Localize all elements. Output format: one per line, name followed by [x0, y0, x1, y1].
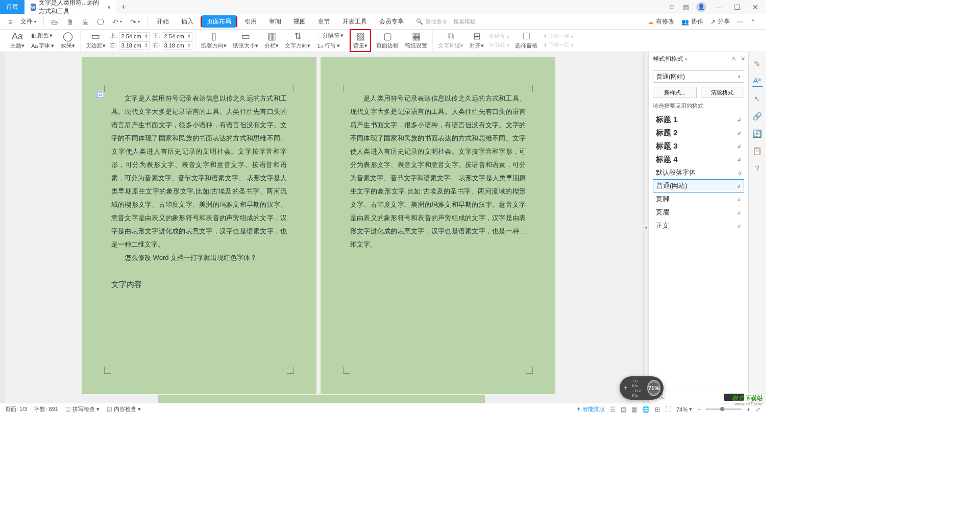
chevron-up-icon[interactable]: ⌃: [750, 18, 755, 26]
document-scroll-area[interactable]: ☰ 文字是人类用符号记录表达信息以传之久远的方式和工具。现代文字大多是记录语言的…: [0, 52, 643, 403]
page-border-button[interactable]: ▢页面边框: [374, 31, 401, 51]
paper-size-button[interactable]: ▭纸张大小▾: [231, 31, 260, 51]
clear-format-button[interactable]: 清除格式: [701, 87, 745, 98]
color-button[interactable]: ◧颜色▾: [29, 31, 57, 40]
view-mode-2-icon[interactable]: ▤: [621, 406, 626, 413]
style-item-3[interactable]: 标题 4↲: [653, 153, 744, 166]
style-item-2[interactable]: 标题 3↲: [653, 139, 744, 153]
status-content-check[interactable]: ☑内容检查 ▾: [107, 405, 141, 413]
more-menu-button[interactable]: ⋯: [737, 18, 743, 26]
float-percent-circle[interactable]: 71%: [647, 380, 660, 396]
collaborate-button[interactable]: 👥协作: [681, 17, 703, 26]
orientation-button[interactable]: ▯纸张方向▾: [199, 31, 229, 51]
current-style-select[interactable]: 普通(网站)▾: [653, 70, 744, 83]
share-button[interactable]: ↗分享: [710, 17, 730, 26]
print-preview-button[interactable]: 🖵: [94, 16, 107, 28]
page1-para1[interactable]: 文字是人类用符号记录表达信息以传之久远的方式和工具。现代文字大多是记录语言的工具…: [111, 92, 287, 251]
text-direction-button[interactable]: ⇅文字方向▾: [283, 31, 312, 51]
columns-button[interactable]: ▥分栏▾: [262, 31, 281, 51]
vtool-help-icon[interactable]: ？: [752, 163, 763, 174]
style-item-8[interactable]: 正文↲: [653, 219, 744, 232]
margin-bottom-input[interactable]: 2.54 cm▲▼: [162, 32, 192, 40]
vtool-select-icon[interactable]: ↖: [752, 94, 763, 104]
style-item-5[interactable]: 普通(网站)↲: [653, 179, 744, 192]
zoom-slider[interactable]: [706, 408, 742, 410]
view-mode-3-icon[interactable]: ▦: [631, 406, 637, 413]
undo-button[interactable]: ↶▾: [109, 16, 125, 28]
floating-system-monitor[interactable]: + ↑ 0 K/s ↓ 0.2 K/s 71%: [620, 376, 664, 400]
smart-layout-button[interactable]: ✦智能排版: [576, 405, 605, 413]
search-commands-input[interactable]: 🔍 查找命令、搜索模板: [416, 18, 476, 26]
menubar-tab-start[interactable]: 开始: [152, 15, 174, 29]
page1-heading[interactable]: 文字内容: [111, 277, 287, 292]
view-mode-1-icon[interactable]: ☰: [610, 406, 616, 413]
float-plus-icon[interactable]: +: [623, 384, 629, 392]
margin-left-input[interactable]: 3.18 cm▲▼: [119, 41, 150, 50]
paragraph-tag-icon[interactable]: ☰: [97, 91, 104, 98]
manuscript-button[interactable]: ▦稿纸设置: [403, 31, 429, 51]
style-item-1[interactable]: 标题 2↲: [653, 126, 744, 139]
pane-collapse-gutter[interactable]: ◂: [643, 52, 648, 403]
fit-page-icon[interactable]: ⛶: [665, 406, 671, 413]
window-maximize-button[interactable]: ☐: [731, 1, 743, 13]
page-2[interactable]: 是人类用符号记录表达信息以传之久远的方式和工具。现代文字大多是记录语言的工具。人…: [321, 57, 555, 394]
zoom-in-button[interactable]: +: [747, 406, 750, 413]
zoom-out-button[interactable]: −: [697, 406, 701, 413]
align-button[interactable]: ⊞对齐▾: [468, 31, 486, 51]
tab-add-button[interactable]: +: [116, 0, 131, 14]
line-number-button[interactable]: 1≡ 行号▾: [314, 41, 346, 51]
user-avatar[interactable]: 👤: [696, 2, 706, 12]
margin-right-input[interactable]: 3.18 cm▲▼: [162, 41, 192, 50]
vtool-replace-icon[interactable]: 🔄: [752, 129, 763, 139]
breaks-button[interactable]: ≣ 分隔符▾: [314, 31, 346, 40]
file-menu-button[interactable]: 文件 ▾: [17, 16, 39, 28]
vtool-pen-icon[interactable]: ✎: [752, 59, 763, 69]
status-spellcheck[interactable]: ☑拼写检查 ▾: [65, 405, 100, 413]
nav-pane-gutter[interactable]: [0, 52, 5, 403]
fullscreen-icon[interactable]: ⤢: [755, 406, 761, 413]
vtool-link-icon[interactable]: 🔗: [752, 111, 763, 122]
background-button[interactable]: ▨背景▾: [351, 31, 370, 51]
menubar-tab-references[interactable]: 引用: [239, 15, 262, 29]
page1-para2[interactable]: 怎么修改 Word 文档一打字就出现红色字体？: [111, 251, 287, 264]
menubar-tab-page-layout[interactable]: 页面布局: [202, 15, 236, 28]
pane-pin-button[interactable]: ⇱: [732, 56, 737, 62]
screen-mode-icon[interactable]: ⧉: [668, 3, 676, 11]
menubar-tab-developer[interactable]: 开发工具: [337, 15, 372, 29]
page2-para1[interactable]: 是人类用符号记录表达信息以传之久远的方式和工具。现代文字大多是记录语言的工具。人…: [350, 92, 526, 251]
print-button[interactable]: 🖶: [79, 16, 92, 28]
hamburger-menu-button[interactable]: ≡: [5, 16, 15, 28]
style-item-6[interactable]: 页脚↲: [653, 192, 744, 206]
has-changes-indicator[interactable]: ☁有修改: [648, 17, 674, 26]
menubar-tab-insert[interactable]: 插入: [176, 15, 199, 29]
zoom-level[interactable]: 74% ▾: [676, 406, 692, 413]
view-mode-4-icon[interactable]: 🌐: [642, 406, 650, 413]
theme-button[interactable]: Aa主题▾: [8, 31, 27, 51]
save-button[interactable]: 🗎: [63, 16, 77, 28]
style-item-4[interactable]: 默认段落字体a: [653, 166, 744, 179]
chevron-down-icon[interactable]: ▾: [685, 57, 688, 62]
view-mode-5-icon[interactable]: ⊞: [655, 406, 660, 413]
vtool-clipboard-icon[interactable]: 📋: [752, 146, 763, 156]
open-file-button[interactable]: 🗁: [48, 16, 61, 28]
menubar-tab-review[interactable]: 审阅: [264, 15, 286, 29]
selection-pane-button[interactable]: ☐选择窗格: [513, 31, 540, 51]
menubar-tab-view[interactable]: 视图: [288, 15, 311, 29]
vtool-styles-icon[interactable]: Aᵃ: [752, 77, 763, 87]
style-item-7[interactable]: 页眉↲: [653, 206, 744, 219]
styles-footer-dropdown[interactable]: [724, 394, 744, 401]
window-minimize-button[interactable]: —: [713, 1, 725, 13]
menubar-tab-member[interactable]: 会员专享: [374, 15, 409, 29]
font-button[interactable]: Aa 字体▾: [29, 41, 57, 51]
tab-document[interactable]: W 文字是人类用符...远的方式和工具: [24, 0, 116, 14]
effect-button[interactable]: ◯效果▾: [59, 31, 77, 51]
window-close-button[interactable]: ✕: [749, 1, 762, 13]
tab-home[interactable]: 首页: [0, 0, 24, 14]
page-margin-button[interactable]: ▭页边距▾: [84, 31, 108, 51]
apps-grid-icon[interactable]: ▦: [682, 3, 690, 11]
margin-top-input[interactable]: 2.54 cm▲▼: [119, 32, 150, 40]
pane-close-button[interactable]: ✕: [741, 56, 745, 62]
new-style-button[interactable]: 新样式...: [653, 87, 697, 98]
menubar-tab-sections[interactable]: 章节: [313, 15, 335, 29]
page-1[interactable]: ☰ 文字是人类用符号记录表达信息以传之久远的方式和工具。现代文字大多是记录语言的…: [82, 57, 316, 394]
